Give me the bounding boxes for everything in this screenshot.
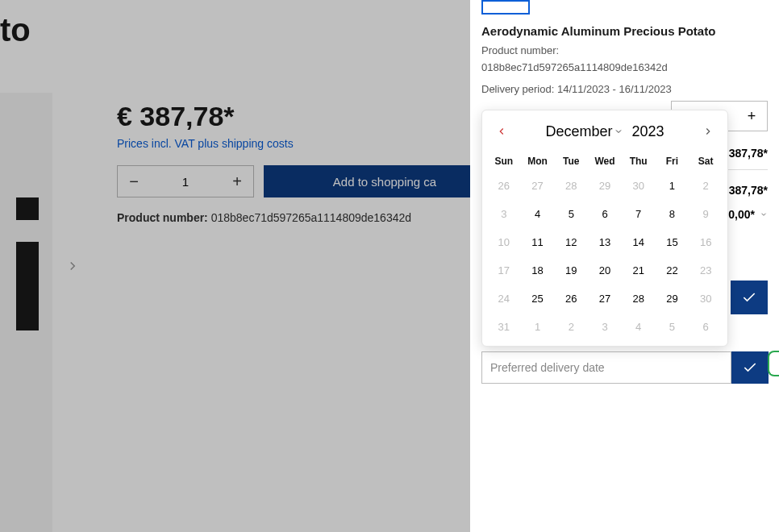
datepicker-day: 6 [689, 313, 723, 341]
datepicker-day: 9 [689, 200, 723, 228]
datepicker-day[interactable]: 28 [622, 285, 656, 313]
datepicker-day[interactable]: 20 [588, 256, 622, 285]
preferred-date-input[interactable] [481, 351, 731, 384]
chevron-right-icon [702, 126, 714, 137]
datepicker-day[interactable]: 7 [622, 200, 656, 228]
datepicker-day[interactable]: 6 [588, 200, 622, 228]
datepicker-day[interactable]: 22 [656, 256, 689, 285]
datepicker-day: 10 [487, 228, 521, 256]
datepicker-dow: Mon [521, 151, 555, 172]
cart-item-title[interactable]: Aerodynamic Aluminum Precious Potato [481, 24, 768, 38]
datepicker-next-month[interactable] [698, 122, 718, 141]
datepicker-day[interactable]: 11 [521, 228, 555, 256]
datepicker-day: 30 [689, 285, 723, 313]
datepicker-day: 2 [689, 172, 723, 200]
chevron-down-icon[interactable] [760, 210, 768, 218]
datepicker-dow: Fri [656, 151, 689, 172]
delivery-period: Delivery period: 14/11/2023 - 16/11/2023 [481, 81, 768, 98]
datepicker-day[interactable]: 26 [554, 285, 588, 313]
datepicker-day[interactable]: 18 [521, 256, 555, 285]
datepicker-day: 30 [622, 172, 656, 200]
datepicker-day: 31 [487, 313, 521, 341]
datepicker-day: 24 [487, 285, 521, 313]
line-price-1: 387,78* [729, 147, 768, 160]
datepicker-day: 27 [521, 172, 555, 200]
datepicker-month-select[interactable]: December [545, 123, 623, 140]
cart-item-product-number-label: Product number: [481, 43, 768, 60]
datepicker-year[interactable]: 2023 [631, 123, 664, 140]
datepicker-day[interactable]: 29 [656, 285, 689, 313]
datepicker-day[interactable]: 19 [554, 256, 588, 285]
datepicker-day: 3 [588, 313, 622, 341]
datepicker-dow: Tue [554, 151, 588, 172]
datepicker-day[interactable]: 5 [554, 200, 588, 228]
modal-overlay[interactable] [0, 0, 470, 532]
datepicker: December 2023 SunMonTueWedThuFriSat26272… [481, 110, 728, 347]
datepicker-day: 17 [487, 256, 521, 285]
check-icon [741, 289, 757, 305]
datepicker-day[interactable]: 14 [622, 228, 656, 256]
datepicker-day[interactable]: 25 [521, 285, 555, 313]
cart-item-product-number-value: 018b8ec71d597265a1114809de16342d [481, 60, 768, 77]
datepicker-day[interactable]: 8 [656, 200, 689, 228]
cart-item-thumbnail[interactable] [481, 0, 530, 15]
datepicker-prev-month[interactable] [492, 122, 511, 141]
preferred-date-row [481, 351, 769, 384]
datepicker-day: 29 [588, 172, 622, 200]
datepicker-dow: Sun [487, 151, 521, 172]
datepicker-day: 4 [622, 313, 656, 341]
line-price-2: 387,78* [729, 184, 768, 197]
datepicker-day: 5 [656, 313, 689, 341]
datepicker-day[interactable]: 21 [622, 256, 656, 285]
datepicker-day: 23 [689, 256, 723, 285]
datepicker-day: 28 [554, 172, 588, 200]
datepicker-dow: Wed [588, 151, 622, 172]
confirm-button-1[interactable] [731, 281, 768, 314]
datepicker-day: 2 [554, 313, 588, 341]
datepicker-day: 1 [521, 313, 555, 341]
datepicker-grid: SunMonTueWedThuFriSat2627282930123456789… [487, 151, 723, 341]
datepicker-day[interactable]: 1 [656, 172, 689, 200]
datepicker-day: 26 [487, 172, 521, 200]
trusted-badge[interactable] [768, 351, 779, 376]
datepicker-dow: Sat [689, 151, 723, 172]
confirm-date-button[interactable] [731, 351, 769, 384]
datepicker-day: 3 [487, 200, 521, 228]
chevron-down-icon [614, 127, 623, 136]
cart-qty-plus[interactable]: + [736, 102, 767, 131]
datepicker-dow: Thu [622, 151, 656, 172]
datepicker-day[interactable]: 13 [588, 228, 622, 256]
datepicker-day[interactable]: 4 [521, 200, 555, 228]
datepicker-day: 16 [689, 228, 723, 256]
check-icon [742, 360, 758, 376]
datepicker-day[interactable]: 15 [656, 228, 689, 256]
datepicker-day[interactable]: 27 [588, 285, 622, 313]
datepicker-day[interactable]: 12 [554, 228, 588, 256]
chevron-left-icon [496, 126, 507, 137]
datepicker-header: December 2023 [487, 120, 723, 143]
